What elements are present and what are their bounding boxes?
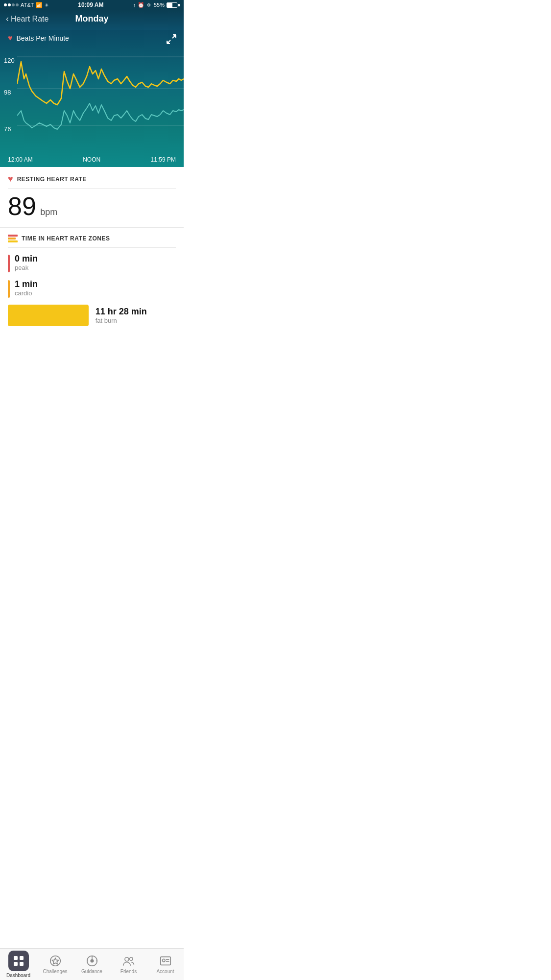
resting-hr-number: 89 — [8, 192, 36, 220]
resting-hr-unit: bpm — [40, 207, 57, 217]
y-label-120: 120 — [4, 57, 15, 64]
zones-section: TIME IN HEART RATE ZONES 0 min peak 1 mi… — [0, 228, 184, 336]
zones-icon — [8, 235, 18, 242]
status-left: AT&T 📶 ✳ — [4, 2, 48, 8]
zone-name-fatburn: fat burn — [96, 317, 147, 324]
legend-label: Beats Per Minute — [17, 34, 69, 42]
page-header: ‹ Heart Rate Monday — [0, 10, 184, 30]
zones-header: TIME IN HEART RATE ZONES — [8, 235, 176, 248]
status-bar: AT&T 📶 ✳ 10:09 AM ↑ ⏰ ⭘ 55% — [0, 0, 184, 10]
expand-button[interactable] — [166, 34, 177, 47]
chart-svg — [17, 52, 184, 143]
battery-percent: 55% — [154, 2, 165, 8]
wifi-icon: 📶 — [36, 2, 43, 8]
x-label-noon: NOON — [83, 156, 100, 163]
signal-dot-1 — [4, 3, 7, 6]
zone-item-cardio: 1 min cardio — [8, 279, 176, 298]
back-button[interactable]: ‹ Heart Rate — [6, 14, 48, 24]
zone-text-fatburn: 11 hr 28 min fat burn — [96, 307, 147, 324]
status-right: ↑ ⏰ ⭘ 55% — [133, 2, 180, 8]
alarm-icon: ⏰ — [138, 2, 144, 8]
heart-icon-resting: ♥ — [8, 174, 13, 184]
signal-dot-2 — [8, 3, 11, 6]
signal-dots — [4, 3, 19, 6]
status-time: 10:09 AM — [78, 1, 103, 8]
back-label: Heart Rate — [11, 15, 48, 24]
location-icon: ↑ — [133, 2, 136, 8]
battery-icon — [167, 2, 180, 8]
page-title: Monday — [75, 14, 108, 24]
resting-hr-value-row: 89 bpm — [8, 192, 176, 220]
zone-item-peak: 0 min peak — [8, 254, 176, 272]
back-chevron-icon: ‹ — [6, 14, 9, 24]
zone-value-fatburn: 11 hr 28 min — [96, 307, 147, 317]
y-label-98: 98 — [4, 89, 11, 96]
zone-name-cardio: cardio — [15, 289, 176, 297]
chart-legend: ♥ Beats Per Minute — [0, 30, 184, 47]
resting-hr-header: ♥ RESTING HEART RATE — [8, 174, 176, 189]
signal-dot-4 — [16, 3, 19, 6]
zone-item-fatburn: 11 hr 28 min fat burn — [8, 305, 176, 326]
zone-bar-fatburn-icon — [8, 240, 18, 242]
signal-dot-3 — [12, 3, 15, 6]
loading-icon: ✳ — [45, 2, 48, 8]
fat-burn-bar — [8, 305, 89, 326]
zone-name-peak: peak — [15, 264, 176, 271]
bluetooth-icon: ⭘ — [146, 2, 152, 8]
zone-indicator-cardio — [8, 280, 10, 298]
chart-x-labels: 12:00 AM NOON 11:59 PM — [0, 156, 184, 163]
resting-hr-section: ♥ RESTING HEART RATE 89 bpm — [0, 167, 184, 228]
zone-value-cardio: 1 min — [15, 279, 176, 289]
zone-text-cardio: 1 min cardio — [15, 279, 176, 297]
y-label-76: 76 — [4, 125, 11, 133]
zone-bar-peak-icon — [8, 235, 18, 237]
content-area: ♥ RESTING HEART RATE 89 bpm TIME IN HEAR… — [0, 167, 184, 336]
x-label-start: 12:00 AM — [8, 156, 33, 163]
zone-indicator-peak — [8, 255, 10, 272]
zones-title: TIME IN HEART RATE ZONES — [22, 235, 110, 242]
carrier-label: AT&T — [21, 2, 34, 8]
resting-hr-title: RESTING HEART RATE — [17, 176, 87, 183]
zone-value-peak: 0 min — [15, 254, 176, 264]
nav-spacer — [0, 336, 184, 375]
heart-icon: ♥ — [8, 34, 13, 43]
zone-text-peak: 0 min peak — [15, 254, 176, 271]
heart-rate-chart: ♥ Beats Per Minute 120 98 76 12:00 AM NO… — [0, 30, 184, 167]
zone-bar-cardio-icon — [8, 238, 16, 239]
x-label-end: 11:59 PM — [151, 156, 176, 163]
